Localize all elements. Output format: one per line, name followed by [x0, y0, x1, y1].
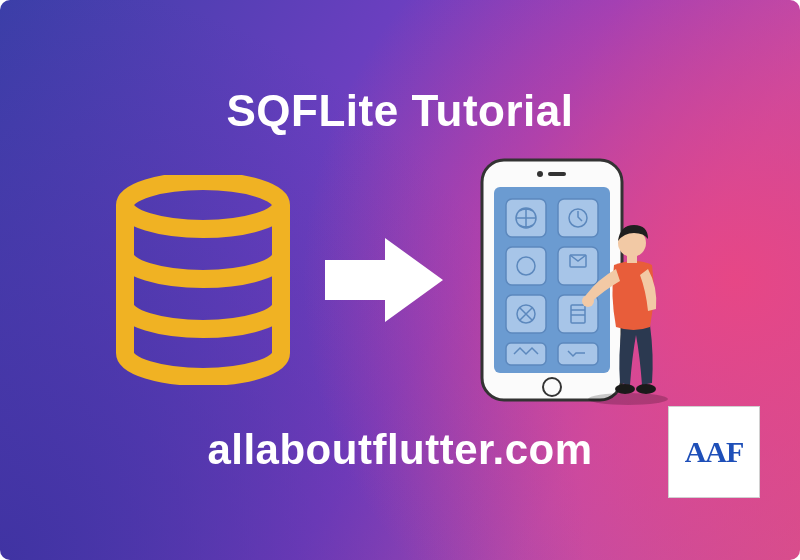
svg-point-23: [582, 295, 594, 307]
svg-point-20: [588, 393, 668, 405]
svg-point-0: [125, 181, 281, 229]
svg-rect-4: [548, 172, 566, 176]
banner-title: SQFLite Tutorial: [0, 86, 800, 136]
logo-badge: AAF: [668, 406, 760, 498]
svg-point-21: [615, 384, 635, 394]
banner-canvas: SQFLite Tutorial: [0, 0, 800, 560]
arrow-right-icon: [320, 235, 450, 325]
banner-content: [0, 150, 800, 410]
svg-point-3: [537, 171, 543, 177]
svg-point-22: [636, 384, 656, 394]
phone-with-person: [472, 155, 692, 405]
svg-rect-8: [506, 247, 546, 285]
database-icon: [108, 175, 298, 385]
person-icon: [582, 215, 692, 405]
logo-text: AAF: [685, 435, 744, 469]
